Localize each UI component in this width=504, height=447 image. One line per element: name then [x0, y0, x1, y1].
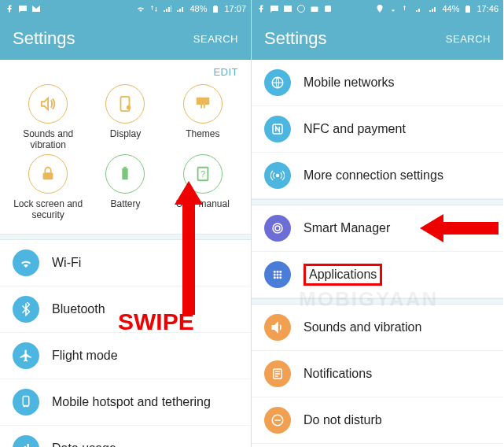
list-item-bluetooth[interactable]: Bluetooth	[0, 286, 251, 333]
wifi-icon	[19, 256, 33, 270]
list-item-datausage[interactable]: Data usage	[0, 426, 251, 447]
message-icon	[18, 4, 28, 13]
mail-icon	[31, 4, 41, 13]
section-divider	[252, 199, 503, 205]
svg-rect-2	[43, 172, 53, 179]
app-icon	[323, 4, 333, 13]
svg-point-21	[277, 271, 279, 273]
speaker-icon	[270, 320, 285, 334]
display-icon	[116, 95, 134, 113]
list-item-flightmode[interactable]: Flight mode	[0, 333, 251, 379]
header: Settings SEARCH	[252, 17, 503, 60]
section-divider	[0, 234, 251, 240]
page-title: Settings	[264, 28, 327, 49]
facebook-icon	[256, 4, 266, 13]
spiral-icon	[270, 221, 285, 235]
hotspot-icon	[19, 395, 33, 409]
lock-icon	[39, 165, 57, 183]
svg-point-25	[279, 274, 281, 276]
svg-point-24	[277, 274, 279, 276]
notifications-icon	[270, 367, 285, 381]
quick-settings-grid: Sounds and vibration Display Themes Lock…	[0, 81, 251, 234]
settings-list[interactable]: Wi-Fi Bluetooth Flight mode Mobile hotsp…	[0, 240, 251, 447]
list-item-notifications[interactable]: Notifications	[252, 351, 503, 397]
svg-point-1	[127, 105, 131, 110]
quick-lockscreen[interactable]: Lock screen and security	[13, 154, 83, 221]
list-item-smartmanager[interactable]: Smart Manager	[252, 205, 503, 252]
list-item-applications[interactable]: Applications	[252, 252, 503, 298]
datausage-icon	[19, 441, 33, 447]
message-icon	[270, 4, 279, 13]
list-item-sounds[interactable]: Sounds and vibration	[252, 305, 503, 351]
location-icon	[375, 4, 384, 13]
clock: 17:07	[224, 4, 246, 13]
quick-display[interactable]: Display	[90, 84, 160, 151]
data-icon	[402, 4, 411, 13]
dnd-icon	[270, 413, 285, 427]
connection-icon	[270, 168, 285, 183]
screen-left: 48% 17:07 Settings SEARCH EDIT Sounds an…	[0, 0, 252, 447]
list-item-moreconnection[interactable]: More connection settings	[252, 153, 503, 199]
wifi-icon	[136, 4, 145, 13]
battery-pct: 44%	[442, 4, 459, 13]
battery-pct: 48%	[189, 4, 207, 13]
svg-text:?: ?	[200, 168, 205, 178]
list-item-nfc[interactable]: NFC and payment	[252, 106, 503, 153]
list-item-dnd[interactable]: Do not disturb	[252, 397, 503, 444]
search-button[interactable]: SEARCH	[193, 33, 238, 45]
list-item-display[interactable]: Display	[252, 444, 503, 447]
clock-icon	[296, 4, 306, 13]
globe-icon	[270, 76, 285, 90]
mail-icon	[283, 4, 292, 13]
clock: 17:46	[476, 4, 498, 13]
list-item-wifi[interactable]: Wi-Fi	[0, 240, 251, 286]
status-bar: 44% 17:46	[252, 0, 503, 17]
svg-point-12	[298, 6, 305, 13]
status-bar: 48% 17:07	[0, 0, 251, 17]
svg-point-23	[274, 274, 276, 276]
list-item-hotspot[interactable]: Mobile hotspot and tethering	[0, 379, 251, 426]
screen-right: 44% 17:46 Settings SEARCH Mobile network…	[252, 0, 503, 447]
book-icon: ?	[194, 165, 212, 183]
svg-point-18	[273, 224, 282, 233]
signal-icon	[163, 4, 172, 13]
svg-rect-14	[325, 6, 331, 12]
nfc-icon	[270, 122, 285, 136]
highlight-applications: Applications	[304, 264, 382, 286]
list-item-mobilenetworks[interactable]: Mobile networks	[252, 60, 503, 106]
svg-rect-4	[124, 167, 127, 168]
facebook-icon	[5, 4, 14, 13]
svg-point-22	[279, 271, 281, 273]
signal-icon	[415, 4, 425, 13]
quick-battery[interactable]: Battery	[90, 154, 160, 221]
edit-button[interactable]: EDIT	[0, 60, 251, 81]
airplane-icon	[19, 349, 33, 363]
svg-point-28	[279, 276, 281, 279]
svg-point-19	[275, 226, 280, 231]
camera-icon	[310, 4, 319, 13]
svg-rect-13	[311, 7, 318, 13]
battery-icon	[211, 4, 220, 13]
themes-icon	[194, 95, 212, 113]
battery-icon	[116, 165, 134, 183]
quick-sounds[interactable]: Sounds and vibration	[13, 84, 83, 151]
svg-point-17	[276, 174, 280, 178]
svg-rect-3	[123, 168, 128, 179]
data-icon	[149, 4, 159, 13]
header: Settings SEARCH	[0, 17, 251, 60]
svg-point-26	[274, 276, 276, 279]
section-divider	[252, 298, 503, 305]
search-button[interactable]: SEARCH	[446, 33, 491, 45]
wifi-icon	[388, 4, 398, 13]
signal2-icon	[429, 4, 438, 13]
signal2-icon	[176, 4, 186, 13]
bluetooth-icon	[19, 302, 33, 316]
quick-usermanual[interactable]: ? User manual	[167, 154, 238, 221]
svg-rect-7	[23, 396, 29, 405]
speaker-icon	[39, 95, 57, 113]
settings-list[interactable]: Mobile networks NFC and payment More con…	[252, 60, 503, 447]
apps-icon	[270, 268, 285, 282]
svg-rect-10	[28, 444, 29, 447]
quick-themes[interactable]: Themes	[167, 84, 238, 151]
battery-icon	[463, 4, 473, 13]
